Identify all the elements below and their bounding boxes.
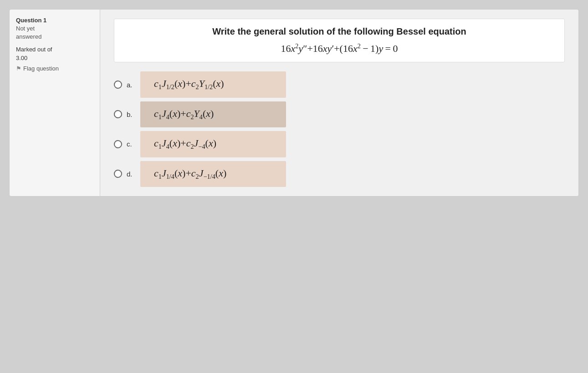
options-container: a. c1J1/2(x)+c2Y1/2(x) b. c1J4(x)+c2Y4(x… [114, 71, 565, 187]
not-yet-answered: Not yet answered [16, 25, 93, 41]
option-d-row: d. c1J1/4(x)+c2J−1/4(x) [114, 161, 565, 187]
sidebar: Question 1 Not yet answered Marked out o… [9, 9, 100, 197]
option-a-letter: a. [127, 81, 136, 89]
flag-icon: ⚑ [16, 65, 21, 72]
flag-label: Flag question [23, 65, 59, 72]
option-c-row: c. c1J4(x)+c2J−4(x) [114, 131, 565, 157]
option-c-content[interactable]: c1J4(x)+c2J−4(x) [140, 131, 286, 157]
question-label: Question 1 [16, 17, 93, 24]
flag-question-button[interactable]: ⚑ Flag question [16, 65, 93, 72]
option-c-letter: c. [127, 140, 136, 148]
option-a-content[interactable]: c1J1/2(x)+c2Y1/2(x) [140, 71, 286, 97]
question-equation: 16x2y″+16xy′+(16x2 − 1)y = 0 [123, 42, 555, 55]
option-d-radio[interactable] [114, 170, 122, 178]
question-number: 1 [43, 17, 46, 24]
question-title: Write the general solution of the follow… [123, 26, 555, 37]
option-b-letter: b. [127, 111, 136, 118]
marked-out-of: Marked out of 3.00 [16, 45, 93, 62]
option-b-radio[interactable] [114, 110, 122, 118]
option-d-content[interactable]: c1J1/4(x)+c2J−1/4(x) [140, 161, 286, 187]
option-d-letter: d. [127, 170, 136, 178]
option-c-radio[interactable] [114, 140, 122, 148]
question-label-text: Question [16, 17, 41, 24]
main-content: Write the general solution of the follow… [100, 9, 579, 197]
option-b-content[interactable]: c1J4(x)+c2Y4(x) [140, 101, 286, 127]
question-header: Write the general solution of the follow… [114, 19, 565, 62]
option-a-radio[interactable] [114, 81, 122, 89]
option-a-row: a. c1J1/2(x)+c2Y1/2(x) [114, 71, 565, 97]
option-b-row: b. c1J4(x)+c2Y4(x) [114, 101, 565, 127]
page-container: Question 1 Not yet answered Marked out o… [9, 9, 579, 197]
